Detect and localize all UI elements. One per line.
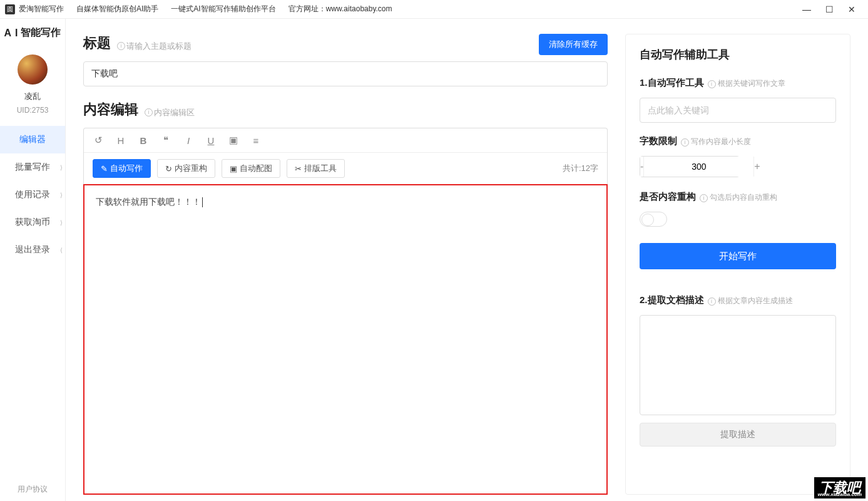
assist-panel-title: 自动写作辅助工具 — [640, 47, 836, 62]
keyword-input[interactable] — [640, 98, 836, 123]
chevron-right-icon: ⟩ — [60, 164, 63, 171]
content-hint: i 内容编辑区 — [145, 107, 195, 118]
sidebar-item-batch[interactable]: 批量写作 ⟩ — [0, 153, 65, 181]
bold-icon[interactable]: B — [138, 135, 149, 146]
sidebar-item-label: 获取淘币 — [15, 217, 50, 228]
editor-panel: 标题 i 请输入主题或标题 清除所有缓存 内容编辑 i 内容编辑区 — [83, 34, 608, 495]
info-icon: i — [700, 194, 708, 202]
site-link[interactable]: 官方网址：www.aitaobaby.com — [288, 4, 392, 14]
info-icon: i — [708, 80, 716, 88]
refresh-icon: ↻ — [165, 164, 172, 173]
app-icon: 圆 — [5, 4, 15, 14]
username: 凌乱 — [24, 91, 41, 102]
heading-icon[interactable]: H — [115, 135, 126, 146]
undo-icon[interactable]: ↺ — [93, 135, 104, 146]
format-toolbar: ↺ H B ❝ I U ▣ ≡ — [84, 128, 607, 153]
restructure-toggle[interactable] — [640, 212, 667, 227]
word-limit-stepper: - + — [640, 156, 740, 177]
chevron-right-icon: ⟩ — [60, 192, 63, 199]
info-icon: i — [117, 42, 125, 50]
assist-panel: 自动写作辅助工具 1.自动写作工具 i 根据关键词写作文章 字数限制 i 写作内… — [625, 34, 850, 495]
user-agreement-link[interactable]: 用户协议 — [18, 484, 48, 495]
title-label: 标题 — [83, 34, 111, 53]
sidebar-item-label: 使用记录 — [15, 189, 50, 200]
auto-image-button[interactable]: ▣ 自动配图 — [222, 159, 280, 178]
description-textarea[interactable] — [640, 315, 836, 415]
info-icon: i — [681, 138, 689, 147]
sidebar-logo: A I 智能写作 — [4, 26, 61, 39]
sidebar-item-editor[interactable]: 编辑器 — [0, 126, 65, 153]
info-icon: i — [708, 297, 716, 306]
info-icon: i — [145, 108, 153, 116]
window-maximize[interactable]: ☐ — [818, 1, 840, 18]
chevron-right-icon: ⟩ — [60, 219, 63, 226]
sidebar-item-label: 编辑器 — [19, 134, 46, 145]
subtitle-2: 一键式AI智能写作辅助创作平台 — [171, 4, 275, 14]
avatar[interactable] — [18, 54, 48, 85]
uid: UID:2753 — [17, 106, 49, 115]
quote-icon[interactable]: ❝ — [160, 135, 171, 146]
layout-tools-button[interactable]: ✂ 排版工具 — [287, 159, 345, 178]
word-limit-label: 字数限制 — [640, 135, 677, 147]
clear-cache-button[interactable]: 清除所有缓存 — [539, 34, 608, 55]
section2-title: 2.提取文档描述 — [640, 294, 704, 306]
section1-title: 1.自动写作工具 — [640, 77, 704, 89]
pencil-icon: ✎ — [101, 164, 108, 173]
sidebar-item-logout[interactable]: 退出登录 ⟨ — [0, 236, 65, 264]
subtitle-1: 自媒体智能伪原创AI助手 — [76, 4, 158, 14]
watermark: 下载吧 www.xiazaiba.com — [814, 477, 865, 498]
window-close[interactable]: ✕ — [840, 1, 863, 18]
content-label: 内容编辑 — [83, 100, 138, 119]
char-count: 共计:12字 — [563, 163, 598, 174]
extract-desc-button[interactable]: 提取描述 — [640, 423, 836, 447]
italic-icon[interactable]: I — [183, 135, 194, 146]
image-icon[interactable]: ▣ — [228, 135, 239, 146]
stepper-plus-button[interactable]: + — [754, 157, 760, 177]
sidebar-item-label: 退出登录 — [15, 244, 50, 256]
titlebar: 圆 爱淘智能写作 自媒体智能伪原创AI助手 一键式AI智能写作辅助创作平台 官方… — [0, 0, 868, 19]
chevron-left-icon: ⟨ — [60, 247, 63, 254]
sidebar-item-history[interactable]: 使用记录 ⟩ — [0, 181, 65, 209]
align-icon[interactable]: ≡ — [250, 135, 262, 146]
restructure-button[interactable]: ↻ 内容重构 — [157, 159, 215, 178]
word-limit-value[interactable] — [643, 157, 754, 177]
sidebar-item-coins[interactable]: 获取淘币 ⟩ — [0, 209, 65, 236]
app-name: 爱淘智能写作 — [19, 4, 64, 14]
restructure-label: 是否内容重构 — [640, 191, 696, 203]
auto-write-button[interactable]: ✎ 自动写作 — [93, 159, 151, 178]
window-minimize[interactable]: — — [795, 1, 818, 18]
underline-icon[interactable]: U — [205, 135, 217, 146]
image-icon: ▣ — [230, 164, 237, 173]
title-input[interactable] — [83, 61, 608, 86]
start-writing-button[interactable]: 开始写作 — [640, 243, 836, 269]
sidebar-item-label: 批量写作 — [15, 162, 50, 173]
content-editor[interactable]: 下载软件就用下载吧！！！ — [83, 184, 608, 495]
sidebar: A I 智能写作 凌乱 UID:2753 编辑器 批量写作 ⟩ 使用记录 ⟩ 获… — [0, 19, 66, 501]
title-hint: i 请输入主题或标题 — [117, 41, 191, 52]
tools-icon: ✂ — [295, 164, 302, 173]
